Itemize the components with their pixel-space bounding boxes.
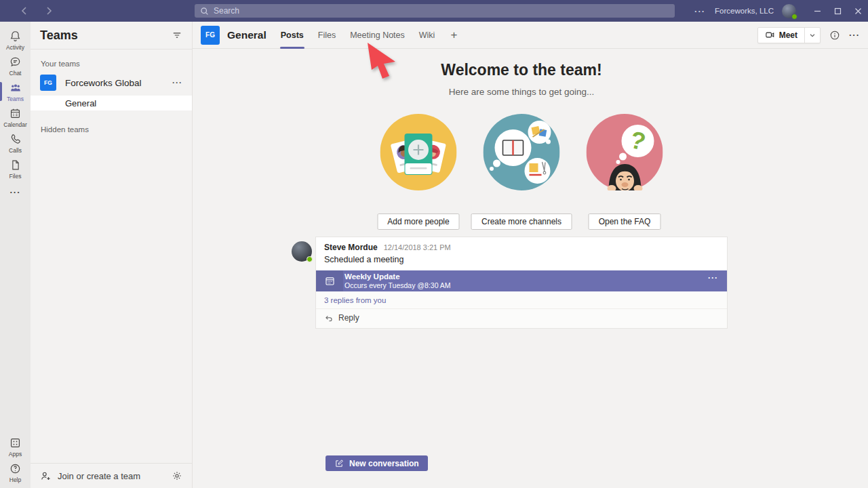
sidebar-item-apps[interactable]: Apps [0,434,31,460]
channel-title: General [227,29,267,41]
help-icon [9,462,22,475]
add-tab-button[interactable]: + [450,29,457,41]
app-rail: Activity Chat Teams Calendar Calls Files… [0,22,31,488]
panel-title: Teams [40,28,78,43]
card-add-people: Add more people [380,114,457,230]
search-input[interactable] [214,6,669,16]
open-faq-button[interactable]: Open the FAQ [589,214,661,230]
active-indicator [0,82,2,101]
annotation-arrow [366,41,398,85]
sidebar-item-files[interactable]: Files [0,156,31,182]
presence-dot [791,14,797,20]
your-teams-label: Your teams [41,60,192,68]
message-author[interactable]: Steve Mordue [324,243,378,252]
presence-dot [307,256,313,262]
document-icon [9,159,22,171]
team-more-icon[interactable]: ··· [172,78,182,87]
search-icon [200,7,209,16]
join-create-label: Join or create a team [58,471,140,481]
phone-icon [9,133,22,146]
tab-meeting-notes[interactable]: Meeting Notes [350,30,405,40]
meet-button[interactable]: Meet [757,27,821,43]
replies-summary[interactable]: 3 replies from you [316,291,727,309]
meeting-recurrence: Occurs every Tuesday @8:30 AM [344,281,451,290]
card-open-faq: ? Open the FAQ [587,114,663,230]
welcome-subtitle: Here are some things to get going... [193,87,850,97]
channel-tabs: Posts Files Meeting Notes Wiki + [281,29,458,41]
meet-options-chevron[interactable] [804,28,820,43]
apps-icon [9,436,22,449]
channel-item-general[interactable]: General [31,96,192,110]
tab-wiki[interactable]: Wiki [419,30,435,40]
rail-more-icon[interactable]: ··· [0,182,31,202]
message-header: Steve Mordue 12/14/2018 3:21 PM Schedule… [316,237,727,270]
sidebar-item-calendar[interactable]: Calendar [0,104,31,130]
reply-arrow-icon [324,314,334,323]
sidebar-item-help[interactable]: Help [0,460,31,485]
minimize-button[interactable] [807,0,827,22]
message-timestamp: 12/14/2018 3:21 PM [384,243,451,251]
join-create-team[interactable]: Join or create a team [31,463,192,488]
compose-icon [334,459,344,468]
meeting-calendar-icon [316,270,343,291]
chat-icon [9,56,22,68]
close-button[interactable] [848,0,868,22]
channel-more-icon[interactable]: ··· [849,30,860,40]
filter-icon[interactable] [172,30,182,41]
add-people-illustration [380,114,457,193]
meeting-banner[interactable]: Weekly Update Occurs every Tuesday @8:30… [316,270,727,291]
author-avatar[interactable] [292,241,312,262]
meeting-title: Weekly Update [344,272,451,281]
team-avatar: FG [40,75,56,91]
team-name: Forceworks Global [65,78,142,88]
new-conversation-button[interactable]: New conversation [326,455,428,471]
add-more-people-button[interactable]: Add more people [377,214,459,230]
user-avatar[interactable] [782,4,796,18]
hidden-teams-label[interactable]: Hidden teams [41,125,192,134]
channel-info-icon[interactable] [829,30,840,41]
sidebar-item-calls[interactable]: Calls [0,130,31,156]
team-row-forceworks-global[interactable]: FG Forceworks Global ··· [31,73,192,92]
person-add-icon [40,470,52,482]
tab-files[interactable]: Files [318,30,336,40]
sidebar-item-activity[interactable]: Activity [0,27,31,53]
video-camera-icon [765,30,775,40]
titlebar: ··· Forceworks, LLC [0,0,868,22]
message-post: Steve Mordue 12/14/2018 3:21 PM Schedule… [315,237,728,329]
meeting-more-icon[interactable]: ··· [708,273,718,283]
search-box[interactable] [195,4,675,18]
create-more-channels-button[interactable]: Create more channels [471,214,572,230]
channel-header: FG General Posts Files Meeting Notes Wik… [193,22,868,49]
getting-started-cards: Add more people [380,114,663,230]
teams-icon [9,81,22,94]
sidebar-item-teams[interactable]: Teams [0,79,31,104]
org-name[interactable]: Forceworks, LLC [715,7,774,15]
forward-icon[interactable] [42,4,56,18]
channel-team-avatar: FG [201,26,220,45]
bell-icon [9,30,22,43]
main-content: FG General Posts Files Meeting Notes Wik… [193,22,868,488]
welcome-section: Welcome to the team! Here are some thing… [193,61,850,97]
titlebar-more-icon[interactable]: ··· [694,6,705,16]
card-create-channels: Create more channels [484,114,560,230]
gear-icon[interactable] [172,470,182,481]
welcome-title: Welcome to the team! [193,61,850,79]
teams-panel: Teams Your teams FG Forceworks Global ··… [31,22,193,488]
sidebar-item-chat[interactable]: Chat [0,53,31,79]
back-icon[interactable] [18,4,31,18]
create-channels-illustration [484,114,560,193]
reply-link[interactable]: Reply [316,309,727,328]
message-body: Scheduled a meeting [324,255,719,264]
calendar-icon [9,107,22,120]
maximize-button[interactable] [827,0,848,22]
tab-posts[interactable]: Posts [281,30,304,40]
faq-illustration: ? [587,114,663,193]
